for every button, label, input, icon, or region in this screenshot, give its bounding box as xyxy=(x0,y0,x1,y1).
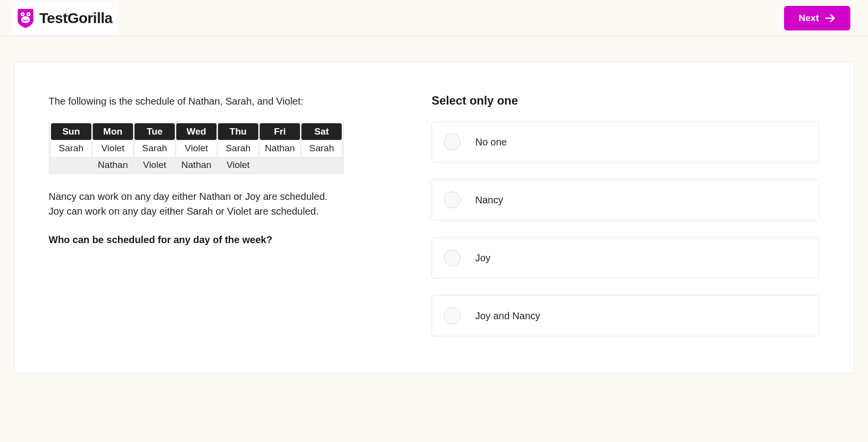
svg-point-3 xyxy=(28,13,29,15)
answer-option-label: Joy and Nancy xyxy=(475,310,540,322)
schedule-cell: Violet xyxy=(176,140,217,157)
next-button-label: Next xyxy=(799,13,819,24)
schedule-cell: Sarah xyxy=(218,140,258,157)
day-header: Mon xyxy=(93,123,133,140)
schedule-cell: Nathan xyxy=(176,157,217,173)
schedule-cell: Nathan xyxy=(260,140,300,157)
answer-option-label: No one xyxy=(475,137,507,148)
radio-icon xyxy=(444,192,461,208)
schedule-cell: Violet xyxy=(218,157,258,173)
logo: TestGorilla xyxy=(12,2,117,34)
schedule-cell xyxy=(301,157,342,173)
schedule-cell: Nathan xyxy=(93,157,133,173)
answer-option-0[interactable]: No one xyxy=(432,121,819,163)
schedule-header-row: Sun Mon Tue Wed Thu Fri Sat xyxy=(51,123,342,140)
question-prompt: Who can be scheduled for any day of the … xyxy=(49,234,392,246)
next-button[interactable]: Next xyxy=(784,6,850,30)
header: TestGorilla Next xyxy=(0,0,868,36)
answer-option-3[interactable]: Joy and Nancy xyxy=(432,295,819,336)
day-header: Sat xyxy=(301,123,342,140)
schedule-cell: Sarah xyxy=(51,140,91,157)
gorilla-logo-icon xyxy=(17,8,34,28)
radio-icon xyxy=(444,307,461,324)
schedule-cell: Violet xyxy=(135,157,175,173)
day-header: Tue xyxy=(135,123,175,140)
schedule-table: Sun Mon Tue Wed Thu Fri Sat Sarah Violet… xyxy=(49,122,344,174)
arrow-right-icon xyxy=(825,14,836,23)
answers-panel: Select only one No one Nancy Joy Joy and… xyxy=(432,94,819,353)
schedule-cell xyxy=(260,157,300,173)
svg-point-2 xyxy=(22,13,24,15)
day-header: Fri xyxy=(260,123,300,140)
radio-icon xyxy=(444,249,461,266)
answer-option-1[interactable]: Nancy xyxy=(432,179,819,221)
schedule-cell xyxy=(51,157,91,173)
day-header: Sun xyxy=(51,123,91,140)
schedule-row: Sarah Violet Sarah Violet Sarah Nathan S… xyxy=(51,140,342,157)
answer-option-label: Joy xyxy=(475,252,490,264)
question-rules: Nancy can work on any day either Nathan … xyxy=(49,189,343,219)
schedule-cell: Sarah xyxy=(301,140,342,157)
day-header: Wed xyxy=(176,123,217,140)
radio-icon xyxy=(444,134,461,150)
svg-point-4 xyxy=(21,16,30,23)
question-panel: The following is the schedule of Nathan,… xyxy=(49,94,392,353)
schedule-cell: Violet xyxy=(93,140,133,157)
question-intro: The following is the schedule of Nathan,… xyxy=(49,94,392,109)
answer-option-2[interactable]: Joy xyxy=(432,237,819,278)
answer-option-label: Nancy xyxy=(475,194,503,206)
question-card: The following is the schedule of Nathan,… xyxy=(14,62,854,373)
schedule-row: Nathan Violet Nathan Violet xyxy=(51,157,342,173)
day-header: Thu xyxy=(218,123,258,140)
logo-text: TestGorilla xyxy=(39,10,112,27)
answers-title: Select only one xyxy=(432,94,819,108)
schedule-cell: Sarah xyxy=(135,140,175,157)
